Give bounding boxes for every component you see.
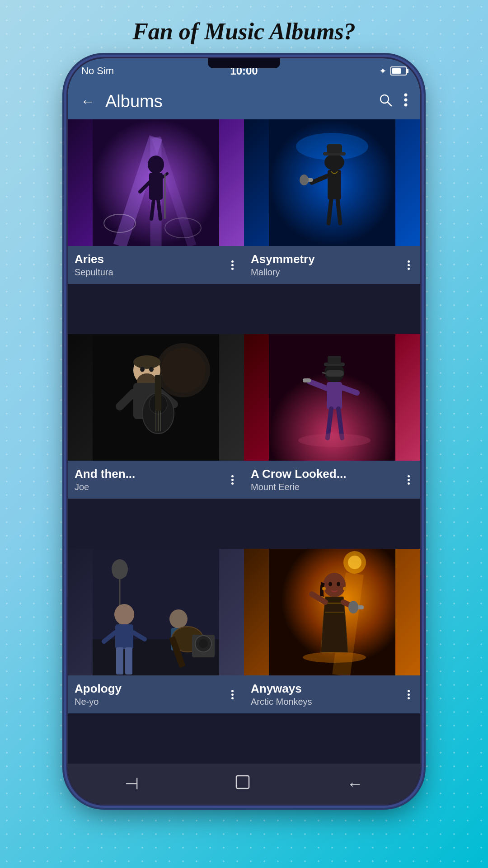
search-button[interactable]: [375, 90, 396, 113]
album-item-andthen[interactable]: And then... Joe: [68, 334, 244, 549]
speaker: [208, 58, 280, 68]
svg-point-88: [337, 582, 340, 586]
svg-point-79: [348, 556, 361, 569]
app-bar: ← Albums: [68, 83, 420, 119]
svg-point-2: [404, 93, 408, 96]
svg-line-27: [328, 199, 331, 223]
svg-point-87: [328, 582, 332, 586]
bluetooth-icon: ✦: [379, 66, 387, 76]
svg-line-14: [158, 200, 160, 219]
svg-line-1: [388, 102, 391, 106]
svg-rect-68: [116, 647, 123, 675]
battery-icon: [390, 66, 407, 75]
svg-line-28: [338, 199, 340, 223]
svg-rect-54: [303, 378, 311, 382]
svg-line-49: [322, 373, 326, 373]
back-nav-button[interactable]: ←: [338, 770, 372, 798]
svg-rect-10: [149, 173, 163, 200]
svg-point-9: [148, 156, 164, 174]
album-info-anyways: Anyways Arctic Monkeys: [244, 675, 420, 713]
album-text-andthen: And then... Joe: [75, 467, 228, 492]
svg-point-91: [303, 652, 366, 663]
album-item-asymmetry[interactable]: Asymmetry Mallory: [244, 119, 420, 334]
svg-rect-23: [328, 170, 341, 199]
album-text-anyways: Anyways Arctic Monkeys: [251, 682, 404, 707]
album-text-aries: Aries Sepultura: [75, 252, 228, 278]
svg-point-90: [343, 587, 347, 590]
album-name-anyways: Anyways: [251, 682, 404, 696]
svg-rect-48: [326, 370, 344, 377]
album-name-aries: Aries: [75, 252, 228, 266]
svg-point-86: [348, 601, 358, 613]
svg-point-81: [323, 573, 346, 597]
app-bar-icons: [375, 90, 411, 113]
page-headline: Fan of Music Albums?: [132, 18, 356, 45]
album-artist-asymmetry: Mallory: [251, 267, 404, 278]
svg-rect-22: [327, 144, 342, 153]
more-button[interactable]: [400, 90, 411, 113]
album-name-asymmetry: Asymmetry: [251, 252, 404, 266]
album-item-aries[interactable]: Aries Sepultura: [68, 119, 244, 334]
album-artist-andthen: Joe: [75, 482, 228, 492]
svg-point-58: [298, 434, 371, 447]
album-text-apology: Apology Ne-yo: [75, 682, 228, 707]
album-more-aries[interactable]: [228, 258, 237, 272]
svg-point-64: [114, 604, 134, 625]
album-name-apology: Apology: [75, 682, 228, 696]
album-more-andthen[interactable]: [228, 473, 237, 487]
album-more-apology[interactable]: [228, 688, 237, 702]
screen: No Sim 10:00 ✦ ← Albums: [68, 58, 420, 804]
svg-rect-65: [115, 624, 133, 649]
svg-point-20: [324, 154, 344, 170]
album-info-asymmetry: Asymmetry Mallory: [244, 246, 420, 284]
svg-point-63: [112, 559, 128, 579]
main-content: Aries Sepultura: [68, 119, 420, 804]
album-cover-crow: [244, 334, 420, 461]
album-text-asymmetry: Asymmetry Mallory: [251, 252, 404, 278]
svg-rect-43: [155, 375, 161, 411]
svg-point-89: [322, 587, 326, 590]
svg-point-76: [199, 639, 208, 648]
svg-point-31: [160, 348, 206, 393]
recent-apps-button[interactable]: ⊣: [116, 770, 148, 798]
album-item-crow[interactable]: A Crow Looked... Mount Eerie: [244, 334, 420, 549]
nav-bar: ⊣ ←: [68, 764, 420, 804]
album-info-andthen: And then... Joe: [68, 461, 244, 499]
album-cover-asymmetry: [244, 119, 420, 246]
album-cover-anyways: [244, 549, 420, 675]
album-info-aries: Aries Sepultura: [68, 246, 244, 284]
album-item-anyways[interactable]: Anyways Arctic Monkeys: [244, 549, 420, 764]
album-artist-aries: Sepultura: [75, 267, 228, 278]
svg-point-33: [133, 355, 160, 369]
album-name-crow: A Crow Looked...: [251, 467, 404, 481]
back-button[interactable]: ←: [77, 90, 99, 113]
album-cover-apology: [68, 549, 244, 675]
svg-rect-51: [328, 356, 341, 364]
svg-point-26: [300, 175, 309, 185]
album-artist-anyways: Arctic Monkeys: [251, 697, 404, 707]
album-more-asymmetry[interactable]: [404, 258, 413, 272]
albums-grid: Aries Sepultura: [68, 119, 420, 764]
carrier-label: No Sim: [81, 65, 114, 77]
svg-rect-92: [236, 776, 249, 788]
album-text-crow: A Crow Looked... Mount Eerie: [251, 467, 404, 492]
svg-point-3: [404, 98, 408, 101]
svg-point-44: [140, 367, 145, 372]
svg-line-13: [151, 200, 154, 219]
album-more-anyways[interactable]: [404, 688, 413, 702]
home-button[interactable]: [225, 769, 260, 798]
svg-rect-69: [125, 647, 132, 675]
album-cover-aries: [68, 119, 244, 246]
album-cover-andthen: [68, 334, 244, 461]
album-item-apology[interactable]: Apology Ne-yo: [68, 549, 244, 764]
album-artist-apology: Ne-yo: [75, 697, 228, 707]
svg-point-4: [404, 103, 408, 106]
album-artist-crow: Mount Eerie: [251, 482, 404, 492]
app-title: Albums: [105, 92, 368, 111]
album-more-crow[interactable]: [404, 473, 413, 487]
svg-point-45: [149, 367, 154, 372]
svg-point-70: [169, 609, 188, 628]
album-info-apology: Apology Ne-yo: [68, 675, 244, 713]
album-name-andthen: And then...: [75, 467, 228, 481]
album-info-crow: A Crow Looked... Mount Eerie: [244, 461, 420, 499]
